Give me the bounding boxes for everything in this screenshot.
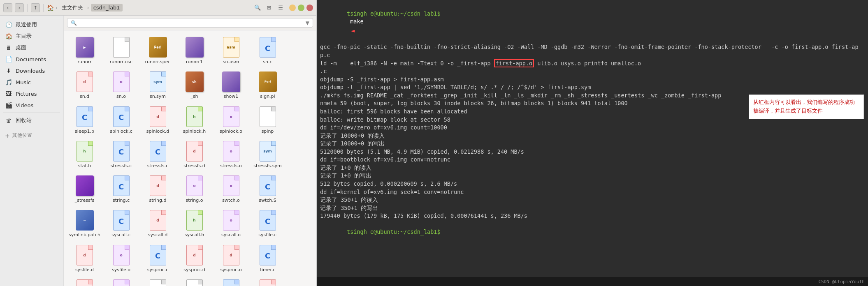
nav-back-button[interactable]: ‹ bbox=[3, 3, 12, 12]
file-item-spinlockd[interactable]: d spinlock.d bbox=[140, 103, 175, 136]
file-item-stressfso[interactable]: o stressfs.o bbox=[214, 138, 248, 171]
file-item-syscallh[interactable]: h syscall.h bbox=[177, 207, 212, 240]
terminal-prompt-end: tsingh e@ubuntu:~/csdn_lab1$ bbox=[347, 228, 441, 235]
close-button[interactable] bbox=[306, 5, 313, 11]
bottom-bar: CSDN @UtopiaYouth bbox=[317, 277, 868, 286]
sidebar-item-videos[interactable]: 🎬 Videos bbox=[0, 99, 63, 111]
maximize-button[interactable] bbox=[298, 5, 304, 11]
file-item-snasm[interactable]: asm sn.asm bbox=[214, 34, 248, 67]
file-item-syscallc[interactable]: C syscall.c bbox=[104, 207, 139, 240]
file-item-timero[interactable]: o timer.o bbox=[104, 276, 139, 286]
terminal-line-15: 记录了 1+0 的读入 bbox=[320, 164, 865, 172]
file-item-stressfsc1[interactable]: C stressfs.c bbox=[104, 138, 139, 171]
title-bar-divider bbox=[27, 4, 28, 12]
file-grid: ▶ runorr runorr.usc Perl runorr.spec run… bbox=[64, 30, 316, 286]
search-expand-icon[interactable]: ▼ bbox=[306, 20, 309, 26]
terminal-panel: tsingh e@ubuntu:~/csdn_lab1$ make ◄ gcc … bbox=[317, 0, 868, 286]
nav-up-button[interactable]: ↑ bbox=[31, 3, 40, 12]
search-bar[interactable]: 🔍 ▼ bbox=[67, 18, 313, 28]
file-item-stringd[interactable]: d string.d bbox=[140, 172, 175, 205]
file-item-snd[interactable]: d sn.d bbox=[67, 68, 102, 101]
sidebar-item-trash[interactable]: 🗑 回收站 bbox=[0, 115, 63, 126]
terminal-line-19: 记录了 350+1 的读入 bbox=[320, 196, 865, 204]
file-item-symlinkpatch[interactable]: ~ symlink.patch bbox=[67, 207, 102, 240]
terminal-line-17: 512 bytes copied, 0.000200609 s, 2.6 MB/… bbox=[320, 180, 865, 188]
file-item-trapd[interactable]: d trap.d bbox=[250, 276, 285, 286]
sidebar-item-desktop[interactable]: 🖥 桌面 bbox=[0, 42, 63, 53]
file-item-syscallo[interactable]: o syscall.o bbox=[214, 207, 248, 240]
fm-main: 🕐 最近使用 🏠 主目录 🖥 桌面 📄 Documents ⬇ Do bbox=[0, 16, 316, 286]
breadcrumb-sep2: › bbox=[87, 5, 89, 11]
terminal-final-prompt: tsingh e@ubuntu:~/csdn_lab1$ bbox=[320, 220, 865, 244]
file-item-stressfsc2[interactable]: C stressfs.c bbox=[140, 138, 175, 171]
file-item-stath[interactable]: h stat.h bbox=[67, 138, 102, 171]
sidebar-item-recent[interactable]: 🕐 最近使用 bbox=[0, 19, 63, 30]
file-item-sno[interactable]: o sn.o bbox=[104, 68, 139, 101]
file-item-sysfileo[interactable]: o sysfile.o bbox=[104, 242, 139, 274]
sidebar-item-pictures[interactable]: 🖼 Pictures bbox=[0, 88, 63, 99]
file-item-snc[interactable]: C sn.c bbox=[250, 34, 285, 67]
file-item-runorr1[interactable]: runorr1 bbox=[177, 34, 212, 67]
file-item-sysfilec[interactable]: C sysfile.c bbox=[250, 207, 285, 240]
file-item-stringo[interactable]: o string.o bbox=[177, 172, 212, 205]
file-item-runorr[interactable]: ▶ runorr bbox=[67, 34, 102, 67]
terminal-line-3: .c bbox=[320, 67, 865, 76]
terminal-line-10: dd if=/dev/zero of=xv6.img count=10000 bbox=[320, 124, 865, 132]
home-nav-icon: 🏠 bbox=[5, 32, 12, 40]
title-bar-divider2 bbox=[43, 4, 44, 12]
file-item-syscalld[interactable]: d syscall.d bbox=[140, 207, 175, 240]
menu-icon[interactable]: ☰ bbox=[276, 3, 285, 12]
terminal-wrapper: tsingh e@ubuntu:~/csdn_lab1$ make ◄ gcc … bbox=[317, 0, 868, 286]
file-item-runorrusc[interactable]: runorr.usc bbox=[104, 34, 139, 67]
file-item-spinlockh[interactable]: h spinlock.h bbox=[177, 103, 212, 136]
file-item-sysprocd2[interactable]: d sysproc.o bbox=[214, 242, 248, 274]
fm-sidebar: 🕐 最近使用 🏠 主目录 🖥 桌面 📄 Documents ⬇ Do bbox=[0, 16, 64, 286]
file-item-spinlocko[interactable]: o spinlock.o bbox=[214, 103, 248, 136]
file-item-sysprocd[interactable]: d sysproc.d bbox=[177, 242, 212, 274]
file-item-show1[interactable]: show1 bbox=[214, 68, 248, 101]
search-icon[interactable]: 🔍 bbox=[253, 3, 262, 12]
sidebar-item-home[interactable]: 🏠 主目录 bbox=[0, 30, 63, 42]
breadcrumb-home[interactable]: 主文件夹 bbox=[59, 3, 86, 12]
file-item-sh[interactable]: sh _sh bbox=[177, 68, 212, 101]
file-item-stringc[interactable]: C string.c bbox=[104, 172, 139, 205]
file-item-timerc[interactable]: C timer.c bbox=[250, 242, 285, 274]
recent-icon: 🕐 bbox=[5, 21, 12, 28]
sidebar-item-music[interactable]: 🎵 Music bbox=[0, 76, 63, 88]
file-item-trapc[interactable]: C trap.c bbox=[214, 276, 248, 286]
terminal-line-4: objdump -S _first-app > first-app.asm bbox=[320, 76, 865, 84]
sidebar-item-downloads[interactable]: ⬇ Downloads bbox=[0, 65, 63, 76]
file-item-timerd[interactable]: d timer.d bbox=[67, 276, 102, 286]
file-item-spinlockc[interactable]: C spinlock.c bbox=[104, 103, 139, 136]
title-bar-actions: 🔍 ⊞ ☰ bbox=[253, 3, 313, 12]
file-item-swtcho[interactable]: o swtch.o bbox=[214, 172, 248, 205]
terminal-line-1: gcc -fno-pic -static -fno-builtin -fno-s… bbox=[320, 43, 865, 59]
nav-forward-button[interactable]: › bbox=[15, 3, 24, 12]
view-icon[interactable]: ⊞ bbox=[265, 3, 274, 12]
bottom-bar-text: CSDN @UtopiaYouth bbox=[818, 279, 865, 284]
file-item-sysfiled[interactable]: d sysfile.d bbox=[67, 242, 102, 274]
file-item-stressfsd[interactable]: d stressfs.d bbox=[177, 138, 212, 171]
terminal-line-5: objdump -t _first-app | sed '1,/SYMBOL T… bbox=[320, 83, 865, 92]
file-item-signpl[interactable]: Perl sign.pl bbox=[250, 68, 285, 101]
terminal-line-2: ld -m elf_i386 -N -e main -Ttext 0 -o _f… bbox=[320, 60, 865, 68]
breadcrumb-lab1[interactable]: csdn_lab1 bbox=[91, 4, 123, 12]
file-item-stressfssym[interactable]: sym stressfs.sym bbox=[250, 138, 285, 171]
file-item-stressfs-exec[interactable]: _stressfs bbox=[67, 172, 102, 205]
file-item-sleep1p[interactable]: C sleep1.p bbox=[67, 103, 102, 136]
file-item-runorrspec[interactable]: Perl runorr.spec bbox=[140, 34, 175, 67]
terminal-arrow: ◄ bbox=[347, 27, 355, 35]
file-item-spinp[interactable]: spinp bbox=[250, 103, 285, 136]
terminal-line-12: 记录了 10000+0 的写出 bbox=[320, 140, 865, 148]
terminal-content[interactable]: tsingh e@ubuntu:~/csdn_lab1$ make ◄ gcc … bbox=[317, 0, 868, 277]
file-item-snsym[interactable]: sym sn.sym bbox=[140, 68, 175, 101]
window-controls bbox=[289, 5, 313, 11]
sidebar-item-other[interactable]: + 其他位置 bbox=[0, 130, 63, 141]
minimize-button[interactable] bbox=[289, 5, 296, 11]
search-input[interactable] bbox=[79, 20, 303, 26]
file-item-tochdr[interactable]: toc.hdr bbox=[177, 276, 212, 286]
file-item-tocftr[interactable]: toc.ftr bbox=[140, 276, 175, 286]
file-item-sysproc c[interactable]: C sysproc.c bbox=[140, 242, 175, 274]
file-item-swtchs[interactable]: C swtch.S bbox=[250, 172, 285, 205]
sidebar-item-documents[interactable]: 📄 Documents bbox=[0, 53, 63, 65]
